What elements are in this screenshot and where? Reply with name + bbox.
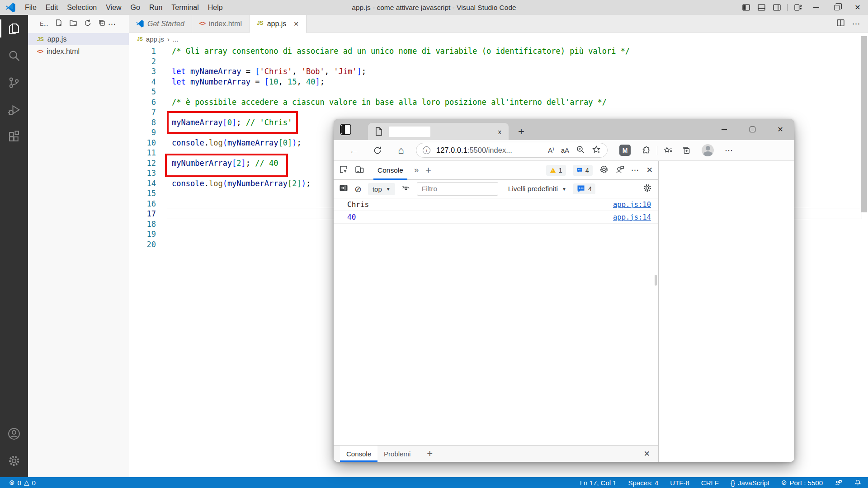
context-selector[interactable]: top ▼ [368,183,395,195]
log-levels-selector[interactable]: Livelli predefiniti ▼ [508,185,566,193]
tab-close-icon[interactable]: x [498,128,502,136]
cursor-position[interactable]: Ln 17, Col 1 [580,479,617,487]
devtools-tab-console[interactable]: Console [373,161,407,180]
search-icon[interactable] [0,42,28,69]
menu-selection[interactable]: Selection [62,0,101,15]
menu-help[interactable]: Help [203,0,227,15]
refresh-icon[interactable] [84,19,92,29]
code-line[interactable]: let myNumberArray = [10, 15, 40]; [172,77,630,87]
tab-index-html[interactable]: <> index.html [192,15,250,33]
breadcrumb-file[interactable]: app.js [146,35,164,43]
new-folder-icon[interactable] [69,19,77,29]
code-line[interactable] [172,87,630,97]
home-icon[interactable]: ⌂ [394,145,408,156]
account-icon[interactable] [0,420,28,447]
file-item-indexhtml[interactable]: <> index.html [28,45,129,57]
explorer-section-header[interactable]: E... ⋯ [28,15,129,33]
menu-terminal[interactable]: Terminal [167,0,203,15]
inspect-element-icon[interactable] [339,165,348,176]
live-server-port[interactable]: ⊘ Port : 5500 [781,479,823,487]
drawer-tab-problems[interactable]: Problemi [377,446,417,462]
indentation[interactable]: Spaces: 4 [628,479,659,487]
add-tab-icon[interactable]: + [425,164,431,176]
live-expression-eye-icon[interactable] [401,183,410,194]
notifications-bell-icon[interactable] [854,479,862,487]
warnings-count[interactable]: 0 [32,479,35,487]
extension-m-icon[interactable]: M [619,145,631,156]
vscode-minimize-button[interactable] [806,0,826,15]
console-scrollbar-thumb[interactable] [655,275,657,286]
browser-tab[interactable]: x [368,123,509,140]
code-line[interactable] [172,56,630,67]
edge-maximize-button[interactable] [738,119,766,140]
console-source-link[interactable]: app.js:10 [613,201,651,209]
split-editor-icon[interactable] [836,19,845,29]
menu-edit[interactable]: Edit [41,0,63,15]
devtools-more-icon[interactable]: ⋯ [631,165,640,175]
tab-app-js[interactable]: JS app.js ✕ [250,15,307,33]
file-item-appjs[interactable]: JS app.js [28,33,129,45]
settings-more-icon[interactable]: ⋯ [725,145,734,155]
menu-file[interactable]: File [20,0,41,15]
new-tab-button[interactable]: + [514,125,528,138]
favorites-add-icon[interactable] [592,145,601,156]
tab-close-icon[interactable]: ✕ [293,20,299,28]
customize-layout-icon[interactable] [790,0,806,15]
explorer-icon[interactable] [0,15,28,42]
zoom-icon[interactable] [576,145,585,156]
source-control-icon[interactable] [0,69,28,96]
editor-scrollbar-thumb[interactable] [861,36,867,212]
back-icon[interactable]: ← [347,145,361,156]
warnings-badge[interactable]: 1 [546,165,566,176]
vscode-restore-button[interactable] [826,0,847,15]
profile-avatar[interactable] [702,144,714,156]
feedback-icon[interactable] [835,479,842,487]
address-bar[interactable]: i 127.0.0.1:5500/index... A⁾ aA [416,143,608,158]
code-line[interactable] [172,107,630,117]
translate-icon[interactable]: aA [561,146,569,154]
breadcrumb-symbol[interactable]: ... [173,35,179,43]
edge-close-button[interactable]: ✕ [766,119,794,140]
collections-icon[interactable] [682,146,691,155]
site-info-icon[interactable]: i [423,146,430,154]
devtools-settings-gear-icon[interactable] [599,165,609,176]
extensions-icon[interactable] [0,123,28,150]
collapse-folders-icon[interactable] [98,19,106,29]
favorites-bar-icon[interactable] [664,146,673,155]
editor-more-actions-icon[interactable]: ⋯ [852,19,861,29]
console-source-link[interactable]: app.js:14 [613,213,651,221]
vscode-close-button[interactable]: ✕ [847,0,868,15]
devtools-feedback-icon[interactable] [615,165,624,176]
extensions-puzzle-icon[interactable] [642,146,651,155]
code-line[interactable]: /* è possibile accedere a ciascun valore… [172,97,630,108]
device-toolbar-icon[interactable] [355,165,364,176]
explorer-more-actions[interactable]: ⋯ [108,19,116,29]
clear-console-icon[interactable]: ⊘ [354,185,362,193]
encoding[interactable]: UTF-8 [670,479,689,487]
eol-sequence[interactable]: CRLF [701,479,719,487]
menu-run[interactable]: Run [145,0,167,15]
devtools-close-icon[interactable]: ✕ [646,165,653,175]
more-tabs-icon[interactable]: » [414,165,419,175]
menu-view[interactable]: View [101,0,126,15]
console-sidebar-icon[interactable] [339,183,348,194]
drawer-add-icon[interactable]: + [427,446,433,462]
console-messages-badge[interactable]: 4 [573,183,595,194]
read-aloud-icon[interactable]: A⁾ [548,146,554,155]
drawer-close-icon[interactable]: ✕ [644,446,658,462]
toggle-sidebar-icon[interactable] [738,0,754,15]
console-settings-gear-icon[interactable] [643,183,652,194]
code-line[interactable]: /* Gli array consentono di associare ad … [172,46,630,56]
language-mode[interactable]: {} JavaScript [731,479,769,487]
toggle-panel-icon[interactable] [754,0,769,15]
errors-count[interactable]: 0 [18,479,21,487]
messages-badge[interactable]: 4 [573,165,593,176]
drawer-tab-console[interactable]: Console [340,446,377,462]
tab-actions-menu-icon[interactable] [340,124,351,135]
code-line[interactable]: let myNameArray = ['Chris', 'Bob', 'Jim'… [172,66,630,77]
toggle-secondary-sidebar-icon[interactable] [769,0,784,15]
menu-go[interactable]: Go [126,0,145,15]
tab-get-started[interactable]: Get Started [129,15,192,33]
new-file-icon[interactable] [55,19,63,29]
console-filter-input[interactable] [417,182,498,196]
